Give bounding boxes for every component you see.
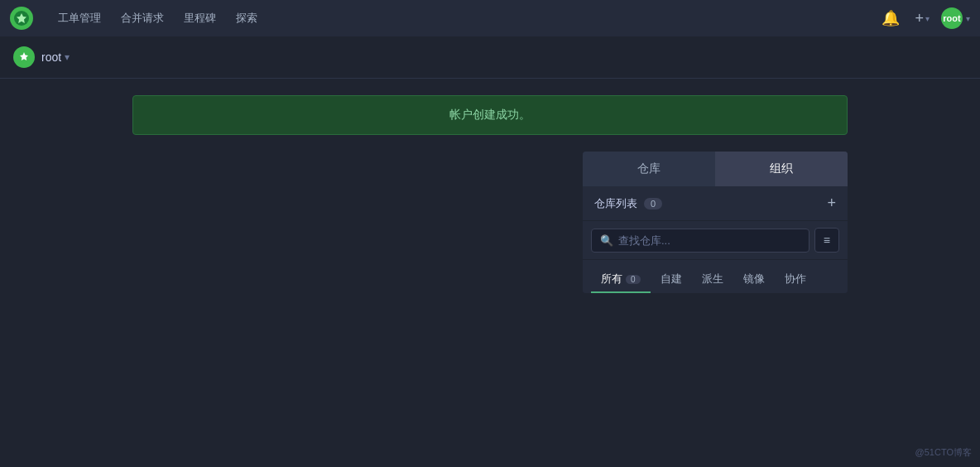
tab-orgs[interactable]: 组织	[715, 152, 848, 186]
plus-chevron-icon: ▾	[925, 14, 930, 23]
sub-tab-self-label: 自建	[661, 272, 682, 286]
sub-tab-all-label: 所有	[601, 272, 622, 286]
sub-navigation: root ▾	[0, 36, 980, 79]
panel-search: 🔍 ≡	[583, 221, 848, 260]
user-menu-button[interactable]: root ▾	[941, 7, 970, 29]
notifications-button[interactable]: 🔔	[878, 6, 903, 31]
top-navigation: 工单管理 合并请求 里程碑 探索 🔔 + ▾ root ▾	[0, 0, 980, 36]
panel-header: 仓库列表 0 +	[583, 186, 848, 221]
plus-icon: +	[915, 10, 924, 27]
breadcrumb-logo	[13, 46, 35, 68]
filter-button[interactable]: ≡	[814, 228, 839, 253]
nav-right: 🔔 + ▾ root ▾	[878, 6, 970, 31]
nav-link-issues[interactable]: 工单管理	[50, 6, 109, 31]
sub-tab-all[interactable]: 所有 0	[591, 267, 651, 293]
nav-link-explore[interactable]: 探索	[228, 6, 266, 31]
nav-links: 工单管理 合并请求 里程碑 探索	[50, 6, 862, 31]
success-message: 帐户创建成功。	[449, 108, 531, 121]
repo-panel: 仓库 组织 仓库列表 0 + 🔍 ≡ 所有 0 自建	[583, 152, 848, 293]
panel-tabs: 仓库 组织	[583, 152, 848, 186]
tab-repos[interactable]: 仓库	[583, 152, 715, 186]
create-button[interactable]: + ▾	[915, 10, 930, 27]
sub-tab-self[interactable]: 自建	[651, 267, 692, 293]
nav-link-milestones[interactable]: 里程碑	[175, 6, 224, 31]
breadcrumb-user[interactable]: root	[41, 51, 61, 64]
watermark: @51CTO博客	[915, 446, 972, 459]
repo-count-badge: 0	[644, 198, 662, 209]
sub-tab-mirror-label: 镜像	[743, 272, 765, 286]
user-chevron-icon: ▾	[966, 14, 970, 23]
nav-logo[interactable]	[10, 7, 33, 30]
sub-tab-mirror[interactable]: 镜像	[733, 267, 775, 293]
sub-tab-fork[interactable]: 派生	[692, 267, 733, 293]
sub-tab-collab[interactable]: 协作	[775, 267, 816, 293]
search-icon: 🔍	[600, 234, 613, 247]
search-box: 🔍	[591, 229, 809, 253]
search-input[interactable]	[618, 234, 800, 247]
user-avatar: root	[941, 7, 963, 29]
repo-sub-tabs: 所有 0 自建 派生 镜像 协作	[583, 260, 848, 293]
main-content: 帐户创建成功。 仓库 组织 仓库列表 0 + 🔍 ≡ 所有	[0, 79, 980, 467]
sub-tab-collab-label: 协作	[785, 272, 806, 286]
sub-tab-all-badge: 0	[626, 275, 641, 284]
panel-title: 仓库列表	[594, 196, 637, 211]
sub-tab-fork-label: 派生	[702, 272, 723, 286]
success-banner: 帐户创建成功。	[132, 95, 848, 135]
breadcrumb-chevron-icon: ▾	[65, 51, 70, 63]
nav-link-pulls[interactable]: 合并请求	[113, 6, 172, 31]
add-repo-button[interactable]: +	[827, 195, 836, 212]
